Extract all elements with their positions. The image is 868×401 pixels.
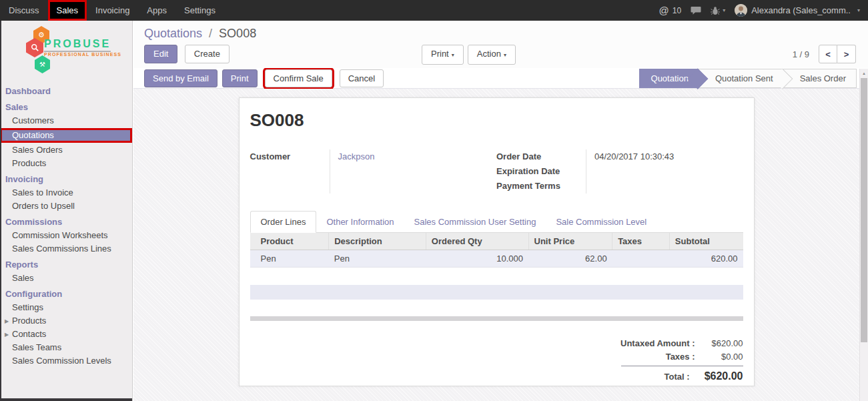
top-navbar: Discuss Sales Invoicing Apps Settings @ … — [0, 0, 868, 21]
expand-caret-icon[interactable]: ▶ — [5, 317, 9, 326]
expiration-date-label: Expiration Date — [496, 164, 586, 179]
sidebar-item-sales-to-invoice[interactable]: Sales to Invoice — [0, 186, 132, 199]
breadcrumb-current: SO008 — [219, 27, 256, 40]
breadcrumb: Quotations / SO008 — [144, 27, 256, 41]
record-pager: 1 / 9 < > — [793, 45, 856, 63]
sidebar-item-sales-orders[interactable]: Sales Orders — [0, 143, 132, 157]
caret-down-icon: ▾ — [452, 52, 454, 58]
user-menu[interactable]: Alexandra (Sales_comm.. ▾ — [735, 4, 860, 17]
untaxed-amount-value: $620.00 — [695, 337, 743, 350]
stage-sales-order[interactable]: Sales Order — [783, 69, 857, 88]
scrollbar-thumb[interactable] — [861, 78, 867, 342]
tools-hexagon-icon: ⚒ — [35, 55, 50, 73]
breadcrumb-quotations-link[interactable]: Quotations — [144, 27, 202, 40]
sidebar-menu: Dashboard Sales Customers Quotations Sal… — [0, 85, 132, 368]
control-panel-buttons: Edit Create Print▾ Action▾ 1 / 9 < > — [144, 45, 857, 63]
nav-item-apps[interactable]: Apps — [138, 0, 175, 21]
sidebar-item-sales-commission-levels[interactable]: Sales Commission Levels — [0, 354, 132, 368]
cancel-button[interactable]: Cancel — [340, 69, 384, 87]
caret-down-icon: ▾ — [723, 7, 725, 13]
sidebar-item-config-contacts[interactable]: ▶Contacts — [0, 328, 132, 341]
expand-caret-icon[interactable]: ▶ — [5, 330, 9, 340]
stage-quotation[interactable]: Quotation — [639, 69, 699, 88]
stage-quotation-sent[interactable]: Quotation Sent — [699, 69, 783, 88]
create-button[interactable]: Create — [185, 45, 230, 63]
order-lines-table: Product Description Ordered Qty Unit Pri… — [250, 233, 743, 268]
chevron-left-icon: < — [825, 49, 831, 59]
magnifier-icon — [31, 43, 39, 52]
column-header-unit-price: Unit Price — [528, 233, 612, 250]
sidebar-item-commission-worksheets[interactable]: Commission Worksheets — [0, 229, 132, 242]
sidebar-item-sales-commissions-lines[interactable]: Sales Commissions Lines — [0, 242, 132, 256]
avatar — [735, 4, 747, 17]
nav-item-discuss[interactable]: Discuss — [0, 0, 48, 21]
form-statusbar: Send by Email Print Confirm Sale Cancel … — [133, 68, 868, 89]
action-menu-button[interactable]: Action▾ — [468, 45, 516, 65]
scroll-up-button[interactable]: ▲ — [860, 69, 868, 78]
chat-bubble-icon — [691, 6, 701, 15]
breadcrumb-separator: / — [209, 27, 212, 40]
tab-sale-commission-level[interactable]: Sale Commission Level — [546, 212, 657, 232]
user-name-label: Alexandra (Sales_comm.. — [751, 5, 851, 15]
control-panel: Quotations / SO008 Edit Create Print▾ Ac… — [133, 21, 868, 68]
column-header-product: Product — [250, 233, 329, 250]
window-edge — [0, 21, 1, 401]
sidebar-item-dashboard[interactable]: Dashboard — [0, 85, 132, 98]
cell-product: Pen — [250, 250, 329, 268]
edit-button[interactable]: Edit — [144, 45, 177, 63]
order-date-value: 04/20/2017 10:30:43 — [594, 149, 743, 164]
chevron-right-icon: > — [844, 49, 849, 59]
navbar-systray: @ 10 ▾ — [659, 0, 868, 21]
sidebar-item-reports-sales[interactable]: Sales — [0, 272, 132, 285]
caret-down-icon: ▾ — [504, 52, 506, 58]
nav-item-settings[interactable]: Settings — [175, 0, 224, 21]
sidebar-item-customers[interactable]: Customers — [0, 114, 132, 127]
tab-sales-commission-user-setting[interactable]: Sales Commission User Setting — [404, 212, 546, 232]
sidebar-item-quotations[interactable]: Quotations — [0, 128, 132, 143]
cell-ordered-qty: 10.000 — [426, 250, 528, 268]
logo-text: PROBUSE PROFESSIONAL BUSINESS — [44, 38, 121, 57]
nav-item-invoicing[interactable]: Invoicing — [87, 0, 138, 21]
document-title: SO008 — [250, 110, 743, 131]
prev-record-button[interactable]: < — [819, 45, 837, 63]
cell-description: Pen — [329, 250, 426, 268]
nav-item-sales[interactable]: Sales — [48, 0, 87, 21]
taxes-value: $0.00 — [695, 350, 743, 364]
tab-order-lines[interactable]: Order Lines — [250, 211, 317, 233]
sidebar-item-settings[interactable]: Settings — [0, 301, 132, 314]
order-line-row[interactable]: Pen Pen 10.000 62.00 620.00 — [250, 250, 743, 268]
sidebar-item-reports[interactable]: Reports — [0, 258, 132, 272]
next-record-button[interactable]: > — [837, 45, 856, 63]
confirm-sale-button[interactable]: Confirm Sale — [265, 69, 332, 87]
column-header-description: Description — [329, 233, 426, 250]
payment-terms-value — [594, 179, 743, 193]
sidebar-item-orders-to-upsell[interactable]: Orders to Upsell — [0, 199, 132, 213]
at-mention-icon: @ — [659, 5, 669, 16]
tab-other-information[interactable]: Other Information — [316, 212, 404, 232]
customer-value-link[interactable]: Jackpson — [338, 149, 497, 164]
caret-down-icon: ▾ — [857, 7, 860, 13]
print-menu-button[interactable]: Print▾ — [422, 45, 464, 65]
sidebar-item-config-products[interactable]: ▶Products — [0, 314, 132, 328]
print-menu-label: Print — [431, 49, 449, 59]
cell-taxes — [612, 250, 670, 268]
send-by-email-button[interactable]: Send by Email — [144, 69, 218, 87]
print-button[interactable]: Print — [222, 69, 258, 87]
horizontal-divider — [250, 316, 743, 321]
sidebar-item-configuration[interactable]: Configuration — [0, 288, 132, 301]
sidebar-item-sales-teams[interactable]: Sales Teams — [0, 341, 132, 354]
mentions-counter[interactable]: @ 10 — [659, 5, 682, 16]
sidebar-item-commissions[interactable]: Commissions — [0, 216, 132, 229]
vertical-scrollbar[interactable]: ▲ — [859, 69, 868, 401]
sidebar-item-products[interactable]: Products — [0, 157, 132, 170]
sidebar-item-invoicing[interactable]: Invoicing — [0, 173, 132, 186]
column-header-subtotal: Subtotal — [669, 233, 743, 250]
sidebar-item-sales[interactable]: Sales — [0, 101, 132, 114]
table-header-row: Product Description Ordered Qty Unit Pri… — [250, 233, 743, 250]
messages-menu[interactable] — [691, 6, 701, 15]
sidebar: ⚙ ⚒ PROBUSE PROFESSIONAL BUSINESS Dashbo… — [0, 21, 133, 401]
total-value: $620.00 — [690, 368, 743, 384]
action-menu-label: Action — [477, 49, 501, 59]
quotation-form-sheet: SO008 Customer Jackpson Order Date E — [239, 97, 755, 386]
debug-menu[interactable]: ▾ — [711, 6, 725, 15]
